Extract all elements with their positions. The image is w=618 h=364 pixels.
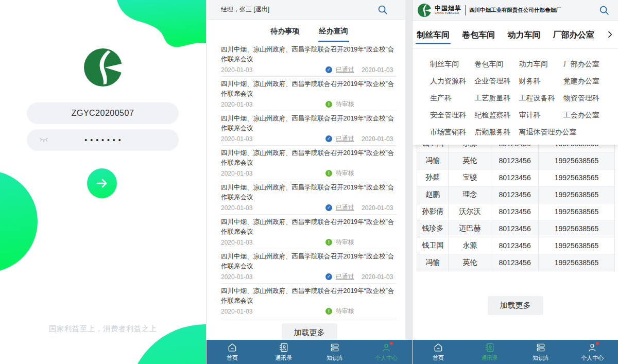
dept-item[interactable]: 企业管理科	[474, 73, 519, 90]
search-icon[interactable]	[598, 5, 610, 16]
eye-closed-icon[interactable]	[39, 136, 48, 144]
table-row[interactable]: 钱卫国永源8012345619925638565	[417, 237, 615, 254]
task-item[interactable]: 四川中烟、凉山州政府、西昌学院联合召开2019年“政企校”合作联席会议 2020…	[221, 111, 397, 146]
task-item[interactable]: 四川中烟、凉山州政府、西昌学院联合召开2019年“政企校”合作联席会议 2020…	[221, 249, 397, 284]
home-icon	[227, 342, 238, 353]
dept-item[interactable]: 离退休管理办公室	[519, 124, 608, 141]
password-field[interactable]: •••••••	[27, 129, 179, 151]
dept-item[interactable]: 市场营销科	[430, 124, 474, 141]
status-label: 待审核	[336, 238, 354, 247]
pending-icon: !	[325, 308, 332, 315]
nav-home[interactable]: 首页	[413, 340, 464, 364]
app-screenshots: ZGYC20200507 ••••••• 国家利益至上，消费者利益之上 经理，张…	[0, 0, 618, 364]
tab-power-workshop[interactable]: 动力车间	[507, 22, 542, 48]
task-item[interactable]: 四川中烟、凉山州政府、西昌学院联合召开2019年“政企校”合作联席会议 2020…	[221, 77, 397, 111]
status-label: 已通过	[336, 272, 354, 281]
load-more-button[interactable]: 加载更多	[488, 296, 543, 315]
nav-contacts[interactable]: 通讯录	[258, 340, 310, 364]
dept-item[interactable]: 工会办公室	[563, 107, 608, 124]
task-title: 四川中烟、凉山州政府、西昌学院联合召开2019年“政企校”合作联席会议	[221, 252, 397, 271]
table-row[interactable]: 孙檗宝骏8012345619925638565	[417, 169, 615, 186]
search-icon[interactable]	[377, 4, 388, 15]
task-date: 2020-01-03	[221, 101, 325, 108]
task-title: 四川中烟、凉山州政府、西昌学院联合召开2019年“政企校”合作联席会议	[221, 183, 397, 202]
task-date: 2020-01-03	[221, 239, 325, 246]
dept-item[interactable]: 纪检监察科	[474, 107, 519, 124]
dept-item[interactable]: 动力车间	[519, 56, 563, 73]
notification-badge	[390, 342, 393, 345]
table-row[interactable]: 冯愉英伦8012345619925638565	[417, 254, 615, 271]
dept-item[interactable]: 工艺质量科	[474, 90, 519, 107]
todo-header: 经理，张三 [退出]	[207, 0, 412, 20]
contacts-table: 钱卫国永源8012345619925638565 冯愉英伦80123456199…	[417, 135, 615, 271]
task-date: 2020-01-03	[221, 170, 325, 177]
tab-packing-workshop[interactable]: 卷包车间	[461, 22, 496, 48]
brand-text: 中国烟草 CHINA TOBACCO	[435, 5, 461, 15]
login-button[interactable]	[87, 168, 117, 198]
task-item[interactable]: 四川中烟、凉山州政府、西昌学院联合召开2019年“政企校”合作联席会议 2020…	[221, 284, 397, 318]
password-value: •••••••	[81, 136, 124, 144]
tab-pending-tasks[interactable]: 待办事项	[270, 27, 301, 42]
dept-item[interactable]: 物资管理科	[563, 90, 608, 107]
task-list: 四川中烟、凉山州政府、西昌学院联合召开2019年“政企校”合作联席会议 2020…	[207, 42, 412, 318]
task-date: 2020-01-03	[221, 273, 325, 281]
contacts-screen: 中国烟草 CHINA TOBACCO 四川中烟工业有限责任公司什邡卷烟厂 制丝车…	[412, 0, 618, 364]
bottom-nav: 首页 通讯录 知识库	[207, 340, 412, 364]
dept-item[interactable]: 财务科	[519, 73, 563, 90]
contacts-book-icon	[484, 342, 495, 353]
table-row[interactable]: 赵鹏理念8012345619925638565	[417, 186, 615, 203]
task-date: 2020-01-03	[221, 66, 325, 74]
contacts-book-icon	[278, 342, 289, 353]
nav-contacts[interactable]: 通讯录	[464, 340, 516, 364]
department-tab-bar: 制丝车间 卷包车间 动力车间 厂部办公室	[413, 21, 618, 49]
dept-item[interactable]: 制丝车间	[430, 56, 474, 73]
status-label: 待审核	[336, 100, 354, 109]
china-tobacco-logo	[84, 48, 122, 89]
nav-knowledge[interactable]: 知识库	[310, 340, 361, 364]
task-title: 四川中烟、凉山州政府、西昌学院联合召开2019年“政企校”合作联席会议	[221, 217, 397, 237]
task-item[interactable]: 四川中烟、凉山州政府、西昌学院联合召开2019年“政企校”合作联席会议 2020…	[221, 42, 397, 77]
tab-factory-office[interactable]: 厂部办公室	[552, 22, 595, 48]
username-field[interactable]: ZGYC20200507	[27, 102, 179, 124]
dept-item[interactable]: 工程设备科	[519, 90, 563, 107]
status-label: 待审核	[336, 169, 354, 178]
task-title: 四川中烟、凉山州政府、西昌学院联合召开2019年“政企校”合作联席会议	[221, 114, 397, 133]
bottom-nav: 首页 通讯录 知识库	[413, 340, 618, 364]
dept-item[interactable]: 人力资源科	[430, 73, 474, 90]
status-label: 待审核	[336, 307, 354, 316]
table-row[interactable]: 冯愉英伦8012345619925638565	[417, 152, 615, 169]
dept-item[interactable]: 厂部办公室	[563, 56, 608, 73]
notification-badge	[596, 342, 599, 345]
tab-handled-query[interactable]: 经办查询	[318, 27, 349, 42]
dept-item[interactable]: 安全管理科	[430, 107, 474, 124]
pending-icon: !	[325, 239, 332, 246]
nav-profile[interactable]: 个人中心	[360, 340, 412, 364]
user-logout-link[interactable]: 经理，张三 [退出]	[221, 5, 377, 14]
task-item[interactable]: 四川中烟、凉山州政府、西昌学院联合召开2019年“政企校”合作联席会议 2020…	[221, 146, 397, 180]
nav-home[interactable]: 首页	[207, 340, 258, 364]
login-screen: ZGYC20200507 ••••••• 国家利益至上，消费者利益之上	[0, 0, 206, 364]
chevron-right-icon[interactable]	[606, 30, 614, 39]
dept-item[interactable]: 后勤服务科	[474, 124, 519, 141]
task-title: 四川中烟、凉山州政府、西昌学院联合召开2019年“政企校”合作联席会议	[221, 286, 397, 306]
dept-item[interactable]: 审计科	[519, 107, 563, 124]
dept-item[interactable]: 党建办公室	[563, 73, 608, 90]
table-row[interactable]: 孙影倩沃尔沃8012345619925638565	[417, 203, 615, 220]
dept-item[interactable]: 卷包车间	[474, 56, 519, 73]
todo-tab-bar: 待办事项 经办查询	[207, 20, 412, 42]
nav-knowledge[interactable]: 知识库	[516, 340, 567, 364]
arrow-right-icon	[95, 178, 109, 189]
username-value: ZGYC20200507	[72, 109, 134, 118]
task-date: 2020-01-03	[221, 308, 325, 315]
task-item[interactable]: 四川中烟、凉山州政府、西昌学院联合召开2019年“政企校”合作联席会议 2020…	[221, 180, 397, 215]
department-dropdown: 制丝车间 卷包车间 动力车间 厂部办公室 人力资源科 企业管理科 财务科 党建办…	[413, 49, 618, 145]
nav-profile[interactable]: 个人中心	[566, 340, 618, 364]
review-date: 2020-01-03	[362, 204, 397, 212]
table-row[interactable]: 钱珍多迈巴赫8012345619925638565	[417, 220, 615, 237]
user-icon	[587, 342, 598, 353]
task-title: 四川中烟、凉山州政府、西昌学院联合召开2019年“政企校”合作联席会议	[221, 79, 397, 99]
task-item[interactable]: 四川中烟、凉山州政府、西昌学院联合召开2019年“政企校”合作联席会议 2020…	[221, 215, 397, 249]
dept-item[interactable]: 生产科	[430, 90, 474, 107]
approved-icon: ✓	[325, 273, 332, 280]
tab-silk-workshop[interactable]: 制丝车间	[416, 22, 451, 48]
